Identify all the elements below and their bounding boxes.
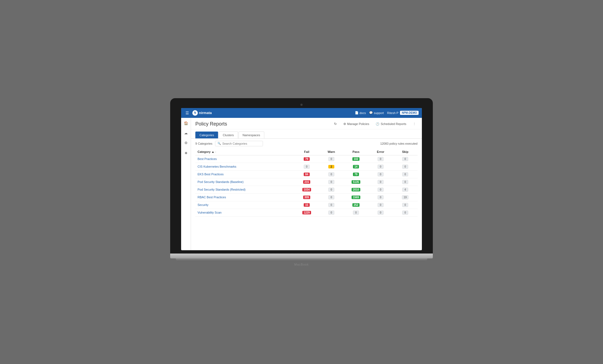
error-badge: 0 [378,188,384,192]
topbar-actions: 📄 docs 💬 support Ritesh P NPM-DEMO [355,111,419,115]
macbook-label: MacBook [170,263,433,266]
docs-label: docs [360,111,366,115]
table-row: Vulnerability Scan 1229 0 0 0 0 [195,209,418,216]
docs-icon: 📄 [355,111,359,115]
pass-badge: 14 [353,165,359,168]
category-link[interactable]: Security [198,203,208,206]
pass-badge: 252 [352,203,360,207]
hamburger-icon[interactable]: ☰ [184,110,190,116]
policy-rules-info: 12083 policy rules executed [380,142,418,145]
skip-badge: 0 [402,172,408,176]
manage-policies-icon: ⚙ [343,122,346,126]
refresh-icon: ↻ [334,122,337,126]
refresh-button[interactable]: ↻ [332,121,338,127]
app-layout: 🏠 ☁ ⚙ ◈ Policy Reports ↻ [181,118,422,250]
sidebar-icon-security[interactable]: ◈ [183,150,189,156]
sidebar-icon-policy[interactable]: ⚙ [183,140,189,146]
laptop-camera [300,104,303,106]
warn-badge: 2 [328,165,334,168]
skip-badge: 19 [402,195,408,199]
env-badge: NPM-DEMO [400,111,419,115]
sidebar-icon-cloud[interactable]: ☁ [183,130,189,136]
warn-badge: 0 [328,211,334,215]
sidebar-icon-home[interactable]: 🏠 [183,120,189,127]
fail-badge: 215 [303,180,311,184]
error-badge: 0 [378,203,384,207]
user-name: Ritesh P [387,111,399,115]
support-link[interactable]: 💬 support [369,111,384,115]
scheduled-reports-button[interactable]: 🕐 Scheduled Reports [374,121,408,127]
error-badge: 0 [378,211,384,215]
error-badge: 0 [378,195,384,199]
user-menu[interactable]: Ritesh P NPM-DEMO [387,111,419,115]
logo-text: nirmata [199,111,212,115]
laptop-outer: ☰ N nirmata 📄 docs 💬 support [170,98,433,266]
page-title: Policy Reports [195,121,332,127]
pass-badge: 0 [353,211,359,215]
pass-badge: 2010 [352,188,360,191]
th-skip: Skip [393,148,418,155]
warn-badge: 0 [328,203,334,207]
manage-policies-button[interactable]: ⚙ Manage Policies [342,121,371,127]
docs-link[interactable]: 📄 docs [355,111,366,115]
table-row: CIS Kubernetes Benchmarks 0 2 14 0 0 [195,163,418,170]
header-actions: ↻ ⚙ Manage Policies 🕐 Scheduled Reports [332,121,418,127]
fail-badge: 0 [304,165,310,169]
skip-badge: 0 [402,157,408,161]
table-row: Best Practices 79 0 102 0 0 [195,155,418,163]
manage-policies-label: Manage Policies [347,122,369,126]
fail-badge: 1034 [302,188,311,191]
warn-badge: 0 [328,195,334,199]
error-badge: 0 [378,165,384,169]
laptop-screen: ☰ N nirmata 📄 docs 💬 support [181,108,422,250]
pass-badge: 79 [353,173,359,176]
pass-badge: 1569 [352,196,360,199]
category-link[interactable]: EKS Best Practices [198,173,224,176]
skip-badge: 0 [402,211,408,215]
tab-namespaces[interactable]: Namespaces [239,132,264,138]
fail-badge: 79 [304,157,310,161]
warn-badge: 0 [328,172,334,176]
sidebar: 🏠 ☁ ⚙ ◈ [181,118,191,250]
error-badge: 0 [378,172,384,176]
tab-clusters[interactable]: Clusters [219,132,238,138]
th-warn: Warn [319,148,344,155]
tab-categories[interactable]: Categories [195,132,218,138]
th-category[interactable]: Category ▲ [195,148,294,155]
categories-count: 9 Categories [195,142,212,145]
table-row: RBAC Best Practices 309 0 1569 0 19 [195,193,418,201]
pass-badge: 5135 [352,180,360,184]
skip-badge: 0 [402,180,408,184]
table-row: Security 15 0 252 0 0 [195,201,418,209]
logo-letter: N [194,111,196,114]
table-container: Category ▲ Fail Warn Pass Error Skip Bes… [191,148,422,217]
fail-badge: 309 [303,196,311,199]
filters-left: 9 Categories 🔍 [195,141,263,146]
search-icon: 🔍 [218,142,221,145]
scheduled-reports-label: Scheduled Reports [381,122,406,126]
category-link[interactable]: Best Practices [198,157,217,161]
th-error: Error [368,148,393,155]
category-link[interactable]: RBAC Best Practices [198,196,226,199]
error-badge: 0 [378,180,384,184]
table-row: Pod Security Standards (Restricted) 1034… [195,186,418,193]
category-link[interactable]: Vulnerability Scan [198,211,222,214]
page-header: Policy Reports ↻ ⚙ Manage Policies 🕐 [191,118,422,129]
scheduled-reports-icon: 🕐 [376,122,379,126]
fail-badge: 84 [304,173,310,176]
policy-table: Category ▲ Fail Warn Pass Error Skip Bes… [195,148,418,217]
category-link[interactable]: Pod Security Standards (Baseline) [198,180,243,184]
category-link[interactable]: Pod Security Standards (Restricted) [198,188,245,191]
more-options-button[interactable]: ⋮ [411,121,418,127]
filters-bar: 9 Categories 🔍 12083 policy rules execut… [191,139,422,148]
th-pass: Pass [344,148,368,155]
pass-badge: 102 [352,157,360,161]
error-badge: 0 [378,157,384,161]
support-icon: 💬 [369,111,373,115]
fail-badge: 15 [304,203,310,207]
search-box[interactable]: 🔍 [215,141,263,146]
category-link[interactable]: CIS Kubernetes Benchmarks [198,165,236,168]
fail-badge: 1229 [302,211,311,214]
search-input[interactable] [222,142,260,145]
warn-badge: 0 [328,180,334,184]
